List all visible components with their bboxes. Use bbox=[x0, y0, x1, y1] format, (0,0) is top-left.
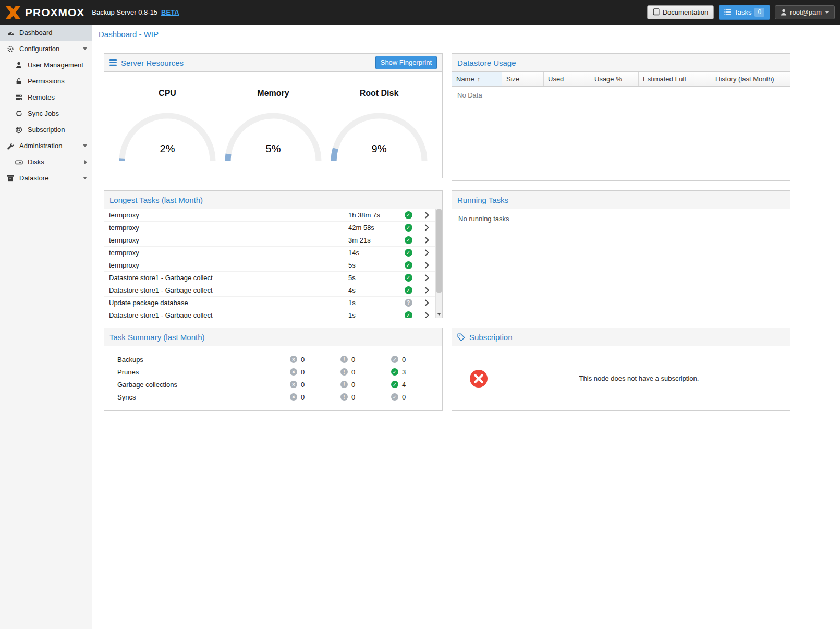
sidebar-item-administration[interactable]: Administration bbox=[0, 138, 92, 154]
sidebar-item-label: Datastore bbox=[19, 174, 78, 182]
warning-status-icon: ! bbox=[340, 381, 348, 388]
ok-status-icon: ✓ bbox=[391, 393, 398, 401]
chevron-right-icon[interactable] bbox=[418, 299, 435, 306]
ok-count: 0 bbox=[402, 393, 406, 401]
scrollbar[interactable] bbox=[435, 209, 442, 318]
chevron-right-icon[interactable] bbox=[418, 212, 435, 219]
panel-server-resources: Server Resources Show Fingerprint CPU2%M… bbox=[104, 53, 443, 178]
show-fingerprint-button[interactable]: Show Fingerprint bbox=[375, 56, 437, 69]
panel-title: Task Summary (last Month) bbox=[109, 333, 205, 342]
task-row[interactable]: Datastore store1 - Garbage collect5s✓ bbox=[104, 272, 442, 284]
chevron-right-icon[interactable] bbox=[418, 249, 435, 256]
task-row[interactable]: termproxy42m 58s✓ bbox=[104, 222, 442, 234]
sidebar-item-dashboard[interactable]: Dashboard bbox=[0, 25, 92, 41]
error-count: 0 bbox=[301, 368, 305, 376]
sidebar-item-configuration[interactable]: Configuration bbox=[0, 41, 92, 57]
ok-status-icon: ✓ bbox=[391, 381, 398, 388]
chevron-right-icon[interactable] bbox=[418, 224, 435, 231]
task-row[interactable]: Datastore store1 - Garbage collect1s✓ bbox=[104, 309, 442, 318]
error-status-icon: × bbox=[290, 368, 297, 376]
sidebar: Dashboard Configuration User Management … bbox=[0, 25, 92, 629]
task-row[interactable]: Datastore store1 - Garbage collect4s✓ bbox=[104, 284, 442, 297]
proxmox-x-icon bbox=[5, 6, 21, 19]
task-duration: 14s bbox=[348, 249, 398, 257]
sidebar-item-label: Administration bbox=[19, 142, 78, 150]
task-duration: 1h 38m 7s bbox=[348, 211, 398, 219]
chevron-right-icon[interactable] bbox=[418, 287, 435, 294]
task-duration: 1s bbox=[348, 299, 398, 307]
error-status-icon: × bbox=[290, 381, 297, 388]
gauge-value: 9% bbox=[330, 143, 429, 155]
topbar-actions: Documentation Tasks 0 root@pam bbox=[647, 5, 835, 19]
beta-link[interactable]: BETA bbox=[161, 8, 179, 16]
unlock-icon bbox=[15, 78, 23, 85]
summary-label: Prunes bbox=[117, 368, 290, 376]
chevron-right-icon[interactable] bbox=[418, 237, 435, 244]
server-icon bbox=[15, 94, 23, 101]
caret-down-icon bbox=[83, 47, 87, 50]
tasks-button[interactable]: Tasks 0 bbox=[719, 5, 770, 19]
column-label: Estimated Full bbox=[643, 75, 686, 83]
proxmox-logo: PROXMOX bbox=[5, 6, 84, 19]
ok-count: 0 bbox=[402, 356, 406, 364]
gauge-root-disk: Root Disk9% bbox=[326, 72, 432, 164]
sidebar-item-disks[interactable]: Disks bbox=[0, 154, 92, 170]
sidebar-item-permissions[interactable]: Permissions bbox=[0, 73, 92, 89]
ok-status-icon: ✓ bbox=[405, 224, 412, 232]
chevron-right-icon[interactable] bbox=[418, 274, 435, 281]
ok-count: 3 bbox=[402, 368, 406, 376]
column-header-estimated-full[interactable]: Estimated Full bbox=[639, 72, 711, 86]
scroll-down-button[interactable] bbox=[436, 310, 442, 318]
column-label: Name bbox=[456, 75, 474, 83]
task-row[interactable]: termproxy1h 38m 7s✓ bbox=[104, 209, 442, 222]
ok-status-icon: ✓ bbox=[405, 261, 412, 269]
hdd-icon bbox=[15, 159, 23, 165]
task-duration: 4s bbox=[348, 286, 398, 294]
empty-text: No Data bbox=[452, 87, 790, 104]
main-content: Dashboard - WIP Server Resources Show Fi… bbox=[92, 0, 840, 411]
sidebar-item-user-management[interactable]: User Management bbox=[0, 57, 92, 73]
task-name: termproxy bbox=[104, 224, 348, 232]
panel-longest-tasks: Longest Tasks (last Month) termproxy1h 3… bbox=[104, 190, 443, 318]
sidebar-item-datastore[interactable]: Datastore bbox=[0, 170, 92, 186]
task-row[interactable]: Update package database1s? bbox=[104, 297, 442, 309]
scrollbar-thumb[interactable] bbox=[436, 209, 442, 293]
error-count: 0 bbox=[301, 356, 305, 364]
column-header-used[interactable]: Used bbox=[544, 72, 590, 86]
sidebar-item-subscription[interactable]: Subscription bbox=[0, 122, 92, 138]
gauge-value: 5% bbox=[224, 143, 323, 155]
ok-status-icon: ✓ bbox=[405, 211, 412, 219]
ok-status-icon: ✓ bbox=[405, 274, 412, 282]
documentation-button[interactable]: Documentation bbox=[647, 5, 714, 20]
column-header-history[interactable]: History (last Month) bbox=[711, 72, 790, 86]
book-icon bbox=[653, 8, 660, 16]
task-name: termproxy bbox=[104, 261, 348, 269]
task-list: termproxy1h 38m 7s✓termproxy42m 58s✓term… bbox=[104, 209, 442, 318]
chevron-right-icon[interactable] bbox=[418, 312, 435, 318]
error-status-icon: × bbox=[290, 393, 297, 401]
task-row[interactable]: termproxy5s✓ bbox=[104, 259, 442, 272]
warning-count: 0 bbox=[351, 393, 355, 401]
subscription-message: This node does not have a subscription. bbox=[488, 374, 790, 382]
sidebar-item-sync-jobs[interactable]: Sync Jobs bbox=[0, 105, 92, 122]
user-menu-button[interactable]: root@pam bbox=[775, 5, 835, 20]
column-header-name[interactable]: Name ↑ bbox=[452, 72, 502, 86]
brand-name: PROXMOX bbox=[25, 6, 84, 19]
task-name: Update package database bbox=[104, 299, 348, 307]
caret-right-icon bbox=[84, 160, 87, 164]
column-label: History (last Month) bbox=[715, 75, 774, 83]
tachometer-icon bbox=[6, 29, 15, 36]
summary-row: Prunes×0!0✓3 bbox=[104, 366, 442, 378]
ok-status-icon: ✓ bbox=[405, 311, 412, 318]
warning-status-icon: ! bbox=[340, 356, 348, 363]
task-row[interactable]: termproxy14s✓ bbox=[104, 247, 442, 259]
column-header-size[interactable]: Size bbox=[502, 72, 544, 86]
column-header-usage-pct[interactable]: Usage % bbox=[590, 72, 639, 86]
chevron-right-icon[interactable] bbox=[418, 262, 435, 269]
documentation-label: Documentation bbox=[663, 8, 708, 17]
sidebar-item-remotes[interactable]: Remotes bbox=[0, 89, 92, 105]
no-subscription-icon bbox=[469, 369, 488, 388]
task-row[interactable]: termproxy3m 21s✓ bbox=[104, 234, 442, 247]
gauges-area: CPU2%Memory5%Root Disk9% bbox=[104, 72, 442, 164]
panel-title: Datastore Usage bbox=[457, 58, 516, 67]
